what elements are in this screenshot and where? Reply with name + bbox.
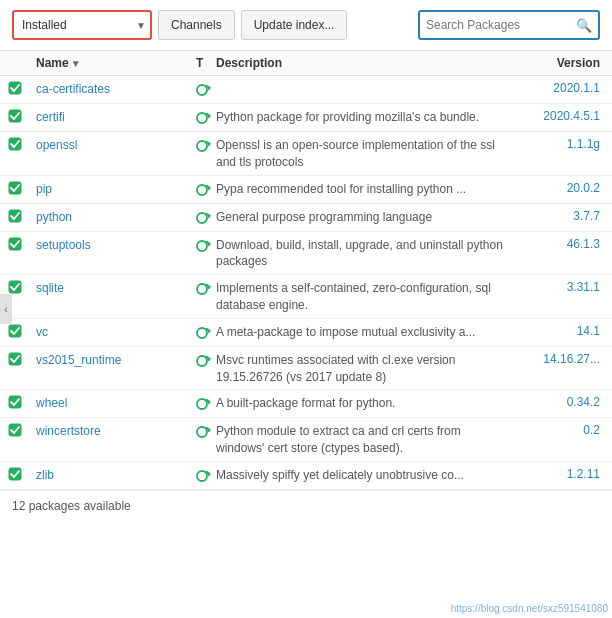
row-description: Massively spiffy yet delicately unobtrus… <box>216 466 510 484</box>
row-name[interactable]: wheel <box>36 394 196 412</box>
row-name[interactable]: wincertstore <box>36 422 196 440</box>
row-check[interactable] <box>8 422 36 437</box>
table-row: ca-certificates 2020.1.1 <box>0 76 612 104</box>
row-description: A meta-package to impose mutual exclusiv… <box>216 323 510 341</box>
row-type <box>196 323 216 340</box>
collapse-tab[interactable]: ‹ <box>0 294 12 324</box>
table-row: sqlite Implements a self-contained, zero… <box>0 275 612 319</box>
filter-select[interactable]: Installed All Not installed Updatable <box>22 18 136 32</box>
table-header: Name ▼ T Description Version <box>0 51 612 76</box>
row-name[interactable]: zlib <box>36 466 196 484</box>
row-version: 0.34.2 <box>510 394 600 409</box>
th-name[interactable]: Name ▼ <box>36 56 196 70</box>
th-type-label: T <box>196 56 203 70</box>
table-row: python General purpose programming langu… <box>0 204 612 232</box>
update-index-button[interactable]: Update index... <box>241 10 348 40</box>
table-row: vc A meta-package to impose mutual exclu… <box>0 319 612 347</box>
row-type <box>196 180 216 197</box>
row-check[interactable] <box>8 180 36 195</box>
row-name[interactable]: vs2015_runtime <box>36 351 196 369</box>
row-version: 1.1.1g <box>510 136 600 151</box>
row-check[interactable] <box>8 351 36 366</box>
row-type <box>196 466 216 483</box>
row-description: Msvc runtimes associated with cl.exe ver… <box>216 351 510 386</box>
row-version: 3.31.1 <box>510 279 600 294</box>
row-type <box>196 80 216 97</box>
toolbar: Installed All Not installed Updatable ▼ … <box>0 0 612 51</box>
table-row: pip Pypa recommended tool for installing… <box>0 176 612 204</box>
th-type: T <box>196 56 216 70</box>
table-row: vs2015_runtime Msvc runtimes associated … <box>0 347 612 391</box>
row-description: Openssl is an open-source implementation… <box>216 136 510 171</box>
row-type <box>196 108 216 125</box>
row-version: 3.7.7 <box>510 208 600 223</box>
row-description: Pypa recommended tool for installing pyt… <box>216 180 510 198</box>
row-check[interactable] <box>8 136 36 151</box>
row-type <box>196 236 216 253</box>
row-version: 0.2 <box>510 422 600 437</box>
table-row: wincertstore Python module to extract ca… <box>0 418 612 462</box>
filter-arrow-icon: ▼ <box>136 20 146 31</box>
filter-select-wrapper[interactable]: Installed All Not installed Updatable ▼ <box>12 10 152 40</box>
row-type <box>196 422 216 439</box>
row-version: 1.2.11 <box>510 466 600 481</box>
row-name[interactable]: setuptools <box>36 236 196 254</box>
row-name[interactable]: sqlite <box>36 279 196 297</box>
th-name-label: Name <box>36 56 69 70</box>
search-wrapper[interactable]: 🔍 <box>418 10 600 40</box>
table-row: openssl Openssl is an open-source implem… <box>0 132 612 176</box>
row-description: A built-package format for python. <box>216 394 510 412</box>
table-row: zlib Massively spiffy yet delicately uno… <box>0 462 612 490</box>
row-version: 2020.4.5.1 <box>510 108 600 123</box>
row-check[interactable] <box>8 466 36 481</box>
th-description: Description <box>216 56 510 70</box>
row-type <box>196 394 216 411</box>
search-input[interactable] <box>426 18 576 32</box>
packages-list: ca-certificates 2020.1.1 certifi <box>0 76 612 490</box>
row-check[interactable] <box>8 394 36 409</box>
channels-button[interactable]: Channels <box>158 10 235 40</box>
row-check[interactable] <box>8 279 36 294</box>
row-description <box>216 80 510 81</box>
row-name[interactable]: ca-certificates <box>36 80 196 98</box>
row-description: Python package for providing mozilla's c… <box>216 108 510 126</box>
row-check[interactable] <box>8 208 36 223</box>
row-check[interactable] <box>8 80 36 95</box>
row-type <box>196 279 216 296</box>
row-version: 46.1.3 <box>510 236 600 251</box>
th-desc-label: Description <box>216 56 282 70</box>
row-version: 14.16.27... <box>510 351 600 366</box>
search-icon-button[interactable]: 🔍 <box>576 18 592 33</box>
row-description: Python module to extract ca and crl cert… <box>216 422 510 457</box>
row-version: 14.1 <box>510 323 600 338</box>
row-check[interactable] <box>8 108 36 123</box>
table-row: setuptools Download, build, install, upg… <box>0 232 612 276</box>
row-description: Download, build, install, upgrade, and u… <box>216 236 510 271</box>
row-name[interactable]: openssl <box>36 136 196 154</box>
th-sort-icon: ▼ <box>71 58 81 69</box>
row-type <box>196 351 216 368</box>
row-version: 2020.1.1 <box>510 80 600 95</box>
th-version-label: Version <box>557 56 600 70</box>
row-name[interactable]: pip <box>36 180 196 198</box>
row-name[interactable]: python <box>36 208 196 226</box>
th-check <box>8 56 36 70</box>
row-name[interactable]: vc <box>36 323 196 341</box>
row-check[interactable] <box>8 323 36 338</box>
table-row: wheel A built-package format for python.… <box>0 390 612 418</box>
footer: 12 packages available <box>0 490 612 521</box>
row-name[interactable]: certifi <box>36 108 196 126</box>
row-check[interactable] <box>8 236 36 251</box>
row-version: 20.0.2 <box>510 180 600 195</box>
packages-count: 12 packages available <box>12 499 131 513</box>
watermark: https://blog.csdn.net/sxz591541080 <box>451 603 608 614</box>
row-type <box>196 208 216 225</box>
table-row: certifi Python package for providing moz… <box>0 104 612 132</box>
row-type <box>196 136 216 153</box>
row-description: Implements a self-contained, zero-config… <box>216 279 510 314</box>
row-description: General purpose programming language <box>216 208 510 226</box>
th-version: Version <box>510 56 600 70</box>
